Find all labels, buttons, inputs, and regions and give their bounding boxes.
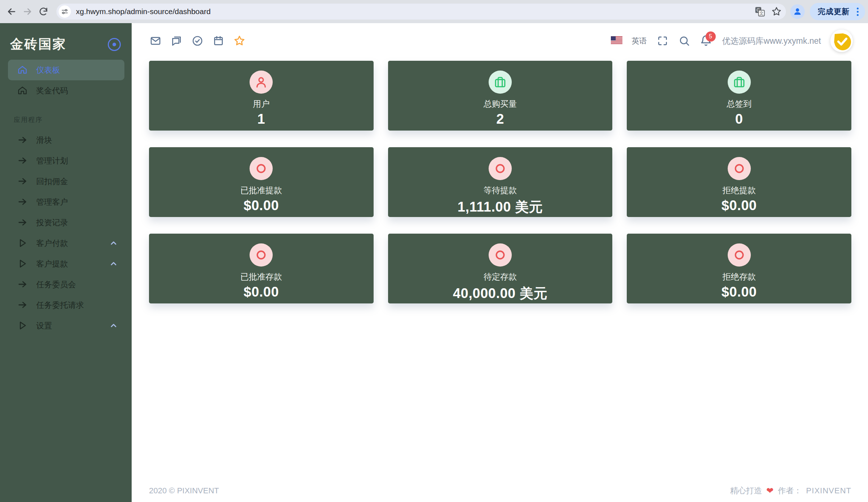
sidebar-item-label: 管理客户 — [36, 197, 119, 208]
sidebar: 金砖国家 仪表板奖金代码 应用程序 滑块管理计划回扣佣金管理客户投资记录客户付款… — [0, 23, 132, 502]
ring-icon — [489, 157, 512, 180]
user-avatar[interactable] — [830, 30, 853, 52]
stat-card: 用户1 — [149, 61, 374, 131]
svg-text:文: 文 — [759, 11, 764, 16]
forward-icon[interactable] — [20, 4, 35, 20]
sidebar-item-label: 设置 — [36, 320, 109, 331]
sidebar-toggle-icon[interactable] — [108, 38, 121, 51]
stat-card: 总签到0 — [627, 61, 851, 131]
sidebar-item-label: 任务委托请求 — [36, 300, 119, 311]
chrome-profile-avatar[interactable] — [790, 4, 805, 19]
home-icon — [17, 65, 28, 76]
url-bar[interactable]: xg.hwym.shop/admin-source/dashboard G文 — [56, 4, 786, 20]
chevron-up-icon — [109, 239, 119, 248]
site-info-icon[interactable] — [59, 5, 71, 18]
sidebar-item-label: 客户提款 — [36, 259, 109, 269]
sidebar-item-label: 客户付款 — [36, 238, 109, 249]
stat-card-title: 拒绝提款 — [723, 185, 756, 196]
stat-card-title: 总购买量 — [484, 98, 517, 110]
chrome-menu-icon[interactable] — [855, 6, 860, 17]
heart-icon: ❤ — [766, 486, 774, 496]
ring-icon — [728, 243, 751, 267]
play-icon — [17, 238, 28, 249]
mail-icon[interactable] — [149, 35, 162, 47]
reload-icon[interactable] — [35, 4, 51, 20]
sidebar-item[interactable]: 管理客户 — [8, 192, 124, 212]
app-header: 英语 5 优选源码库www.yxymk.net — [132, 23, 868, 59]
stat-card-title: 拒绝存款 — [723, 271, 756, 282]
home-icon — [17, 85, 28, 96]
browser-toolbar: xg.hwym.shop/admin-source/dashboard G文 完… — [0, 0, 868, 24]
app-logo[interactable]: 金砖国家 — [10, 35, 67, 53]
sidebar-item[interactable]: 仪表板 — [8, 60, 124, 80]
main-content: 英语 5 优选源码库www.yxymk.net 用户1总购买量2总签到0已批准提… — [132, 23, 868, 502]
arrow-icon — [17, 197, 28, 208]
notification-badge: 5 — [706, 31, 716, 42]
sidebar-item[interactable]: 投资记录 — [8, 212, 124, 233]
sidebar-main-menu: 仪表板奖金代码 — [0, 60, 132, 101]
sidebar-item[interactable]: 设置 — [8, 315, 124, 336]
arrow-icon — [17, 300, 28, 311]
translate-icon[interactable]: G文 — [753, 4, 767, 19]
stat-card-title: 用户 — [253, 98, 269, 110]
footer-copyright: 2020 © PIXINVENT — [149, 486, 219, 495]
stat-card-title: 总签到 — [727, 98, 752, 110]
play-icon — [17, 259, 28, 269]
calendar-icon[interactable] — [212, 35, 225, 47]
sidebar-item[interactable]: 滑块 — [8, 130, 124, 150]
stat-card-value: 0 — [735, 111, 743, 127]
stat-card-value: 2 — [496, 111, 504, 127]
chrome-update-button[interactable]: 完成更新 — [810, 3, 865, 20]
sidebar-app-menu: 滑块管理计划回扣佣金管理客户投资记录客户付款客户提款任务委员会任务委托请求设置 — [0, 130, 132, 336]
ring-icon — [728, 157, 751, 180]
briefcase-icon — [728, 71, 751, 94]
stat-card: 待定存款40,000.00 美元 — [388, 234, 613, 303]
stat-card: 已批准存款$0.00 — [149, 234, 374, 303]
ring-icon — [489, 243, 512, 267]
sidebar-item[interactable]: 奖金代码 — [8, 80, 124, 101]
screen: xg.hwym.shop/admin-source/dashboard G文 完… — [0, 0, 868, 502]
stat-card-value: 1,111.00 美元 — [458, 198, 543, 216]
arrow-icon — [17, 135, 28, 146]
arrow-icon — [17, 217, 28, 228]
favorites-star-icon[interactable] — [233, 35, 246, 47]
bookmark-star-icon[interactable] — [769, 4, 784, 19]
sidebar-item[interactable]: 任务委员会 — [8, 274, 124, 295]
fullscreen-icon[interactable] — [656, 35, 669, 47]
sidebar-item-label: 回扣佣金 — [36, 176, 119, 187]
footer-author-label: 作者： — [778, 485, 802, 496]
chat-icon[interactable] — [170, 35, 183, 47]
stat-card: 拒绝提款$0.00 — [627, 147, 851, 217]
check-circle-icon[interactable] — [191, 35, 204, 47]
sidebar-item-label: 管理计划 — [36, 156, 119, 166]
url-text[interactable]: xg.hwym.shop/admin-source/dashboard — [76, 7, 753, 16]
footer: 2020 © PIXINVENT 精心打造 ❤ 作者： PIXINVENT — [149, 485, 851, 496]
stat-card-title: 待定存款 — [484, 271, 517, 282]
ring-icon — [250, 157, 273, 180]
arrow-icon — [17, 156, 28, 166]
language-selector[interactable]: 英语 — [632, 36, 647, 46]
flag-us-icon[interactable] — [611, 36, 622, 46]
stat-card-value: $0.00 — [722, 284, 757, 300]
stat-card: 已批准提款$0.00 — [149, 147, 374, 217]
sidebar-item[interactable]: 管理计划 — [8, 150, 124, 171]
sidebar-item[interactable]: 回扣佣金 — [8, 171, 124, 192]
notifications-bell-icon[interactable]: 5 — [700, 34, 713, 47]
arrow-icon — [17, 279, 28, 290]
sidebar-item[interactable]: 客户提款 — [8, 254, 124, 274]
back-icon[interactable] — [4, 4, 20, 20]
stat-card: 总购买量2 — [388, 61, 613, 131]
sidebar-section-label: 应用程序 — [14, 115, 132, 124]
stat-card-title: 已批准存款 — [241, 271, 282, 282]
sidebar-item[interactable]: 客户付款 — [8, 233, 124, 254]
search-icon[interactable] — [678, 35, 690, 47]
stat-card: 拒绝存款$0.00 — [627, 234, 851, 303]
chrome-update-label: 完成更新 — [818, 7, 850, 17]
promo-text: 优选源码库www.yxymk.net — [722, 35, 821, 47]
sidebar-item[interactable]: 任务委托请求 — [8, 295, 124, 315]
footer-made-text: 精心打造 — [730, 485, 762, 496]
footer-brand: PIXINVENT — [806, 486, 851, 495]
stats-grid: 用户1总购买量2总签到0已批准提款$0.00等待提款1,111.00 美元拒绝提… — [149, 61, 851, 303]
stat-card-value: $0.00 — [244, 198, 279, 213]
stat-card-value: 40,000.00 美元 — [453, 284, 548, 303]
